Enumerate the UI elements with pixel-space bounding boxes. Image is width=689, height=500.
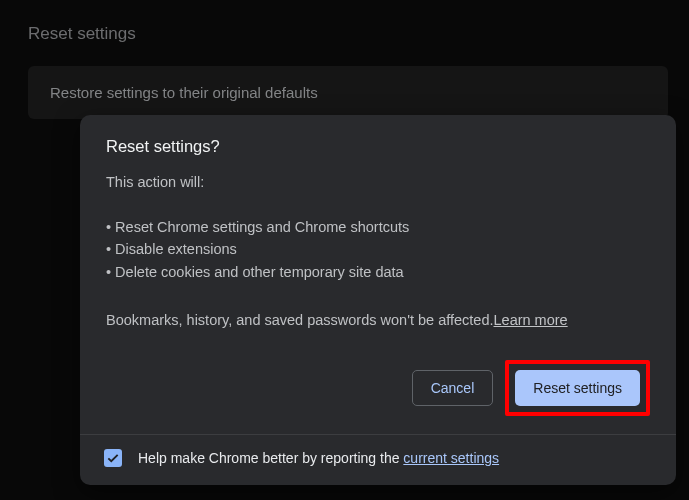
reset-settings-button[interactable]: Reset settings [515,370,640,406]
bullet-item: • Delete cookies and other temporary sit… [106,261,650,283]
bullet-item: • Reset Chrome settings and Chrome short… [106,216,650,238]
bullet-text: Disable extensions [115,241,237,257]
footer-text: Help make Chrome better by reporting the… [138,450,499,466]
footer-text-prefix: Help make Chrome better by reporting the [138,450,403,466]
bullet-text: Delete cookies and other temporary site … [115,264,404,280]
dialog-title: Reset settings? [106,137,650,156]
dialog-bullet-list: • Reset Chrome settings and Chrome short… [106,216,650,283]
bullet-text: Reset Chrome settings and Chrome shortcu… [115,219,409,235]
bullet-item: • Disable extensions [106,238,650,260]
report-settings-checkbox[interactable] [104,449,122,467]
highlight-annotation: Reset settings [505,360,650,416]
check-icon [106,451,120,465]
dialog-notice: Bookmarks, history, and saved passwords … [106,309,650,331]
dialog-intro: This action will: [106,174,650,190]
dialog-button-row: Cancel Reset settings [106,360,650,416]
learn-more-link[interactable]: Learn more [494,312,568,328]
notice-text: Bookmarks, history, and saved passwords … [106,312,494,328]
cancel-button[interactable]: Cancel [412,370,494,406]
reset-settings-dialog: Reset settings? This action will: • Rese… [80,115,676,485]
current-settings-link[interactable]: current settings [403,450,499,466]
dialog-footer: Help make Chrome better by reporting the… [80,434,676,485]
modal-overlay: Reset settings? This action will: • Rese… [0,0,689,500]
